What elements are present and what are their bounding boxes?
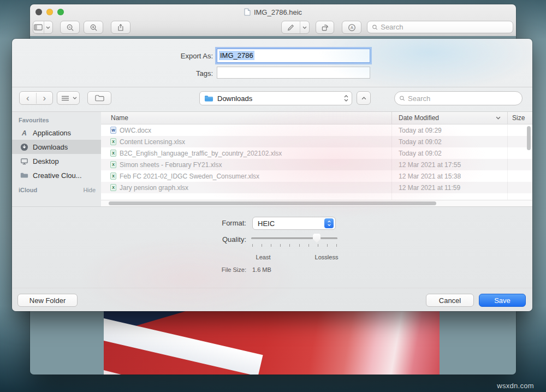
location-popup[interactable]: Downloads [199, 91, 352, 105]
markup-button[interactable] [281, 21, 310, 34]
file-row[interactable]: Feb FC 2021-02_IDGC Sweden_Consumer.xlsx… [101, 170, 532, 182]
desktop: IMG_2786.heic [0, 0, 546, 392]
share-button[interactable] [111, 21, 130, 34]
sidebar-item-label: Downloads [33, 143, 68, 151]
new-folder-button[interactable]: New Folder [17, 294, 78, 307]
sort-chevron-icon [496, 116, 501, 120]
dialog-sidebar: Favourites A Applications Downloads Desk… [12, 112, 102, 206]
popup-stepper-icon [344, 95, 348, 102]
dialog-search-field[interactable] [394, 91, 523, 105]
file-type-icon [110, 138, 116, 145]
titlebar: IMG_2786.heic [30, 4, 516, 20]
file-rows: OWC.docx Today at 09:29 Content Licensin… [101, 124, 532, 193]
filename-selected-text: IMG_2786 [219, 51, 254, 60]
format-value: HEIC [258, 219, 324, 228]
horizontal-scrollbar-thumb[interactable] [109, 201, 436, 205]
horizontal-scrollbar[interactable] [101, 200, 532, 206]
document-proxy-icon [244, 8, 251, 16]
window-search-input[interactable] [381, 23, 508, 31]
downloads-folder-icon [204, 95, 213, 102]
column-header-name[interactable]: Name [101, 112, 392, 124]
svg-text:A: A [21, 129, 27, 136]
sidebar-item-label: Creative Clou... [33, 171, 82, 180]
photo [104, 311, 440, 375]
file-row[interactable]: OWC.docx Today at 09:29 [101, 124, 532, 136]
watermark: wsxdn.com [497, 382, 534, 390]
file-row[interactable]: Content Licensing.xlsx Today at 09:02 [101, 136, 532, 147]
photo-white-stripe-2 [104, 369, 224, 375]
hide-button[interactable]: Hide [83, 187, 96, 193]
file-date: Today at 09:02 [392, 138, 508, 146]
sidebar-item-icon [20, 157, 29, 166]
back-button[interactable]: ‹ [20, 93, 36, 104]
annotate-button[interactable]: A [342, 21, 361, 34]
zoom-out-icon [66, 23, 74, 32]
file-date: 12 Mar 2021 at 11:59 [392, 184, 508, 192]
pencil-icon [282, 21, 300, 33]
window-toolbar: A [30, 20, 516, 36]
filename-field[interactable]: IMG_2786 [217, 49, 370, 63]
file-size-value: 1.6 MB [252, 266, 296, 273]
file-type-icon [110, 184, 116, 191]
chevron-down-icon [72, 97, 78, 99]
icloud-section-header: iCloud Hide [12, 182, 101, 193]
file-row[interactable]: B2C_English_language_traffic_by_country_… [101, 147, 532, 159]
file-row[interactable]: Simon sheets - February FY21.xlsx 12 Mar… [101, 159, 532, 170]
up-directory-button[interactable] [357, 91, 371, 105]
file-name: OWC.docx [120, 127, 151, 134]
export-dialog: Export As: IMG_2786 Tags: ‹ › Downloads [12, 39, 532, 311]
file-row[interactable]: Jary pension graph.xlsx 12 Mar 2021 at 1… [101, 182, 532, 193]
file-name: Simon sheets - February FY21.xlsx [120, 161, 222, 169]
icloud-header: iCloud [19, 187, 37, 193]
sidebar-item-label: Desktop [33, 157, 59, 165]
quality-slider-thumb[interactable] [313, 234, 321, 243]
rotate-button[interactable] [316, 21, 334, 34]
location-label: Downloads [217, 94, 340, 103]
quality-lossless-label: Lossless [311, 254, 342, 260]
file-date: 12 Mar 2021 at 15:38 [392, 173, 508, 180]
share-icon [117, 23, 124, 32]
tags-field[interactable] [217, 67, 370, 79]
tags-input[interactable] [217, 67, 370, 78]
chevron-up-icon [361, 97, 366, 100]
window-title-area: IMG_2786.heic [30, 4, 516, 20]
chevron-down-icon[interactable] [300, 21, 309, 33]
format-label: Format: [126, 219, 246, 227]
dialog-search-input[interactable] [408, 94, 518, 103]
file-type-icon [110, 127, 116, 134]
file-size-label: File Size: [137, 266, 246, 273]
sidebar-toggle-button[interactable] [33, 21, 53, 34]
vertical-scrollbar-thumb[interactable] [527, 126, 531, 150]
quality-tick-marks [252, 244, 337, 247]
list-header: Name Date Modified Size [101, 112, 532, 124]
list-view-icon [58, 96, 72, 101]
sidebar-item-icon [20, 171, 29, 180]
zoom-in-button[interactable] [84, 21, 103, 34]
sidebar-item[interactable]: Desktop [12, 154, 101, 168]
view-options-button[interactable] [57, 91, 80, 105]
file-type-icon [110, 173, 116, 180]
search-icon [399, 95, 405, 102]
file-name: Content Licensing.xlsx [120, 138, 185, 146]
nav-back-forward: ‹ › [19, 91, 53, 105]
sidebar-item-label: Applications [33, 129, 71, 137]
file-name: Jary pension graph.xlsx [120, 184, 188, 192]
file-name: Feb FC 2021-02_IDGC Sweden_Consumer.xlsx [120, 173, 259, 180]
forward-button[interactable]: › [36, 93, 53, 104]
column-header-date-modified[interactable]: Date Modified [392, 112, 508, 124]
quality-least-label: Least [251, 254, 275, 260]
column-header-size[interactable]: Size [508, 112, 532, 124]
file-date: Today at 09:29 [392, 127, 508, 134]
quality-label: Quality: [126, 235, 246, 243]
zoom-out-button[interactable] [60, 21, 80, 34]
sidebar-item[interactable]: Creative Clou... [12, 168, 101, 182]
cancel-button[interactable]: Cancel [426, 294, 474, 307]
photo-white-stripe [104, 314, 263, 375]
window-search-field[interactable] [367, 21, 513, 33]
format-popup[interactable]: HEIC [252, 217, 336, 230]
sidebar-item[interactable]: Downloads [12, 140, 101, 154]
save-button[interactable]: Save [479, 294, 526, 307]
quality-slider[interactable] [251, 233, 337, 243]
sidebar-item[interactable]: A Applications [12, 126, 101, 140]
new-folder-toolbar-button[interactable] [87, 91, 111, 105]
